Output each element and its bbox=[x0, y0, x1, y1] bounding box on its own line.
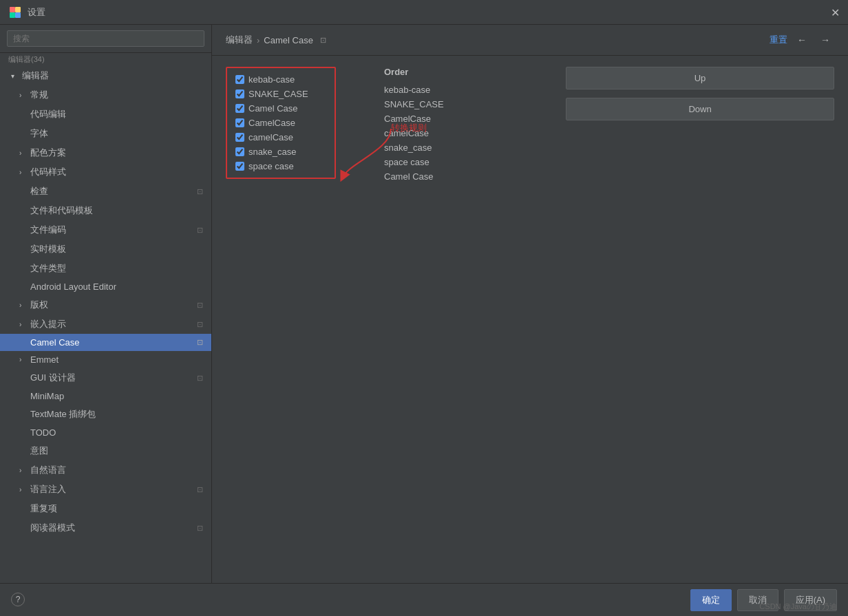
sidebar-item-emmet[interactable]: › Emmet bbox=[0, 351, 211, 368]
reset-button[interactable]: 重置 bbox=[770, 34, 787, 46]
sidebar-item-textmate[interactable]: TextMate 插绑包 bbox=[0, 405, 211, 424]
sidebar-item-file-encoding[interactable]: 文件编码 ⊡ bbox=[0, 220, 211, 240]
sidebar-item-todo[interactable]: TODO bbox=[0, 424, 211, 441]
sidebar-item-android-layout[interactable]: Android Layout Editor bbox=[0, 278, 211, 295]
content-header: 编辑器 › Camel Case ⊡ 重置 ← → bbox=[212, 25, 848, 56]
content-area: 编辑器 › Camel Case ⊡ 重置 ← → kebab-case SNA… bbox=[212, 25, 848, 583]
sidebar-item-normal[interactable]: › 常规 bbox=[0, 85, 211, 105]
spacer bbox=[19, 429, 28, 436]
order-item-camelcase-lower[interactable]: camelCase bbox=[384, 126, 552, 140]
sidebar: 编辑器(34) ▾ 编辑器 › 常规 代码编辑 字体 › 配色方案 › 代码样式 bbox=[0, 25, 212, 583]
checkbox-space-case: space case bbox=[230, 159, 332, 173]
forward-button[interactable]: → bbox=[816, 33, 834, 47]
breadcrumb-editor: 编辑器 bbox=[226, 34, 253, 46]
checkbox-label: camelCase bbox=[248, 132, 293, 142]
checkbox-camelcase-input[interactable] bbox=[235, 118, 244, 127]
sidebar-item-natural-lang[interactable]: › 自然语言 bbox=[0, 460, 211, 480]
spacer bbox=[19, 246, 28, 253]
checkbox-camelcase-lower-input[interactable] bbox=[235, 133, 244, 142]
breadcrumb-external-icon: ⊡ bbox=[320, 36, 326, 45]
order-item-snake-lower[interactable]: snake_case bbox=[384, 140, 552, 155]
help-button[interactable]: ? bbox=[11, 593, 25, 606]
search-input[interactable] bbox=[7, 30, 204, 47]
expand-icon: › bbox=[19, 321, 28, 328]
order-section: Order kebab-case SNAKE_CASE CamelCase ca… bbox=[377, 67, 552, 572]
order-item-kebab[interactable]: kebab-case bbox=[384, 83, 552, 97]
checkbox-camelcase-lower: camelCase bbox=[230, 130, 332, 145]
sidebar-item-editor[interactable]: ▾ 编辑器 bbox=[0, 66, 211, 85]
sidebar-item-label: TextMate 插绑包 bbox=[30, 408, 96, 421]
sidebar-item-code-edit[interactable]: 代码编辑 bbox=[0, 105, 211, 124]
sidebar-item-reader-mode[interactable]: 阅读器模式 ⊡ bbox=[0, 518, 211, 538]
spacer bbox=[19, 226, 28, 234]
sidebar-item-file-template[interactable]: 文件和代码模板 bbox=[0, 201, 211, 220]
sidebar-item-label: 代码样式 bbox=[30, 166, 66, 178]
checkbox-panel: kebab-case SNAKE_CASE Camel Case CamelCa… bbox=[226, 67, 336, 179]
sidebar-search-container bbox=[0, 25, 211, 53]
sidebar-item-label: TODO bbox=[30, 427, 56, 438]
checkbox-camel-case-space: Camel Case bbox=[230, 101, 332, 116]
sidebar-item-live-template[interactable]: 实时模板 bbox=[0, 240, 211, 259]
sidebar-item-inspection[interactable]: 检查 ⊡ bbox=[0, 182, 211, 201]
svg-rect-3 bbox=[15, 12, 21, 18]
order-title: Order bbox=[384, 67, 552, 77]
title-bar: 设置 ✕ bbox=[0, 0, 848, 25]
spacer bbox=[19, 130, 28, 138]
sidebar-item-repeat[interactable]: 重复项 bbox=[0, 499, 211, 518]
sidebar-item-minimap[interactable]: MiniMap bbox=[0, 387, 211, 405]
spacer bbox=[19, 392, 28, 400]
checkbox-space-case-input[interactable] bbox=[235, 162, 244, 171]
sidebar-item-gui-designer[interactable]: GUI 设计器 ⊡ bbox=[0, 368, 211, 387]
sidebar-item-color-scheme[interactable]: › 配色方案 bbox=[0, 143, 211, 162]
item-config-icon: ⊡ bbox=[197, 524, 203, 533]
sidebar-item-camel-case[interactable]: Camel Case ⊡ bbox=[0, 334, 211, 351]
checkbox-label: CamelCase bbox=[248, 118, 295, 128]
sidebar-item-label: 常规 bbox=[30, 89, 48, 101]
order-item-camel-space[interactable]: Camel Case bbox=[384, 169, 552, 184]
sidebar-item-font[interactable]: 字体 bbox=[0, 124, 211, 143]
expand-icon: ▾ bbox=[11, 72, 19, 80]
checkbox-snake-case-lower: snake_case bbox=[230, 145, 332, 159]
breadcrumb-separator: › bbox=[257, 35, 259, 45]
sidebar-item-label: 编辑器 bbox=[22, 70, 49, 82]
close-button[interactable]: ✕ bbox=[831, 6, 840, 19]
confirm-button[interactable]: 确定 bbox=[690, 589, 732, 611]
sidebar-item-code-style[interactable]: › 代码样式 bbox=[0, 162, 211, 182]
expand-icon: › bbox=[19, 92, 28, 99]
sidebar-item-lang-inject[interactable]: › 语言注入 ⊡ bbox=[0, 480, 211, 499]
sidebar-item-copyright[interactable]: › 版权 ⊡ bbox=[0, 295, 211, 315]
sidebar-item-file-type[interactable]: 文件类型 bbox=[0, 259, 211, 278]
expand-icon: › bbox=[19, 356, 28, 363]
apply-button[interactable]: 应用(A) bbox=[784, 589, 837, 611]
checkbox-kebab-case: kebab-case bbox=[230, 72, 332, 87]
up-button[interactable]: Up bbox=[566, 67, 834, 89]
item-config-icon: ⊡ bbox=[197, 187, 203, 196]
sidebar-item-embed-hint[interactable]: › 嵌入提示 ⊡ bbox=[0, 315, 211, 334]
sidebar-item-label: Android Layout Editor bbox=[30, 282, 116, 292]
order-item-snake[interactable]: SNAKE_CASE bbox=[384, 97, 552, 111]
back-button[interactable]: ← bbox=[793, 33, 811, 47]
sidebar-item-label: Camel Case bbox=[30, 337, 80, 348]
content-body: kebab-case SNAKE_CASE Camel Case CamelCa… bbox=[212, 56, 848, 583]
checkbox-snake-case-lower-input[interactable] bbox=[235, 147, 244, 156]
checkbox-snake-case-input[interactable] bbox=[235, 89, 244, 98]
cancel-button[interactable]: 取消 bbox=[737, 589, 778, 611]
checkbox-label: SNAKE_CASE bbox=[248, 89, 308, 99]
svg-rect-1 bbox=[15, 7, 21, 12]
item-config-icon: ⊡ bbox=[197, 320, 203, 329]
order-item-camelcase[interactable]: CamelCase bbox=[384, 111, 552, 126]
svg-rect-0 bbox=[10, 7, 15, 12]
down-button[interactable]: Down bbox=[566, 98, 834, 120]
content-right: Order kebab-case SNAKE_CASE CamelCase ca… bbox=[377, 67, 834, 572]
spacer bbox=[19, 339, 28, 346]
checkbox-camel-case-space-input[interactable] bbox=[235, 104, 244, 113]
sidebar-item-label: 文件和代码模板 bbox=[30, 204, 93, 217]
checkbox-label: space case bbox=[248, 161, 294, 171]
checkbox-kebab-case-input[interactable] bbox=[235, 75, 244, 84]
expand-icon: › bbox=[19, 467, 28, 474]
sidebar-item-label: 检查 bbox=[30, 185, 48, 198]
item-config-icon: ⊡ bbox=[197, 485, 203, 494]
item-config-icon: ⊡ bbox=[197, 374, 203, 383]
sidebar-item-intention[interactable]: 意图 bbox=[0, 441, 211, 460]
order-item-space[interactable]: space case bbox=[384, 155, 552, 169]
